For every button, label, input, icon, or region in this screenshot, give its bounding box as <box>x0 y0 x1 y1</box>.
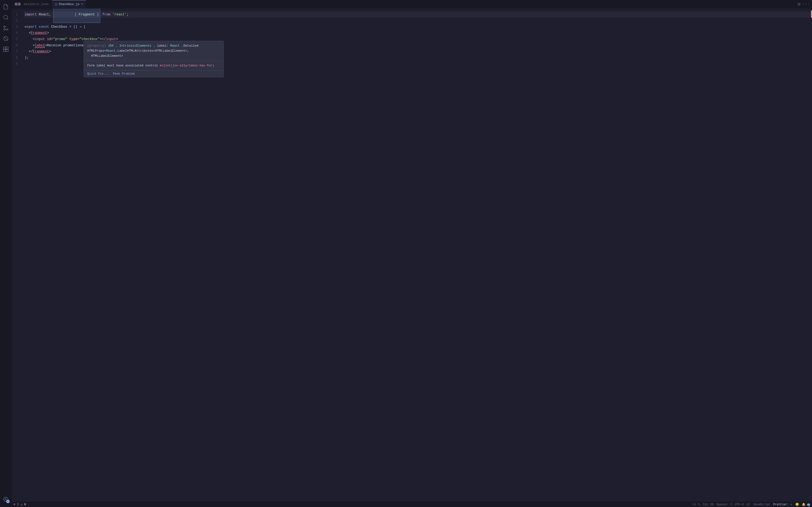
token-label-open: label <box>35 43 45 48</box>
activity-bar: 1 <box>0 0 12 507</box>
tooltip-label-prop: label: <box>157 44 170 48</box>
token-input-open: input <box>35 37 45 42</box>
prettier-status[interactable]: Prettier: ✓ <box>773 503 793 506</box>
tooltip-error-text: Form label must have associated control <box>87 64 158 67</box>
line-num-7: 7 <box>12 49 20 55</box>
notification-count: 1 <box>807 503 810 506</box>
editor-area[interactable]: 1 2 3 4 5 6 7 8 9 import React, { Fragme… <box>12 8 812 502</box>
tooltip-type-section: (property) JSX . IntrinsicElements . lab… <box>84 41 223 61</box>
token-eq1: = <box>51 37 53 42</box>
token-promo-val: "promo" <box>53 37 67 42</box>
warning-count[interactable]: ⚠ 0 <box>21 503 26 506</box>
token-arrow: ⇒ <box>80 24 82 30</box>
tooltip-react-name: React <box>170 44 180 48</box>
tooltip-type-line1: (property) JSX . IntrinsicElements . lab… <box>87 44 220 49</box>
git-icon[interactable] <box>1 23 11 33</box>
tooltip-type-line3: HTMLLabelElement> <box>87 54 220 59</box>
tab-file-icon-eslint: { } <box>14 3 21 6</box>
peek-problem-link[interactable]: Peek Problem <box>113 72 135 75</box>
svg-line-6 <box>4 37 8 41</box>
line-num-6: 6 <box>12 42 20 49</box>
svg-point-4 <box>4 29 5 30</box>
error-number: 1 <box>17 503 18 506</box>
token-export: export <box>24 24 37 30</box>
token-space5 <box>45 37 47 42</box>
token-space3 <box>110 12 112 17</box>
debug-icon[interactable] <box>1 34 11 44</box>
token-import: import <box>24 12 37 17</box>
token-frag-close: > <box>47 30 49 36</box>
files-icon[interactable] <box>1 2 11 12</box>
tab-close-button[interactable]: × <box>81 2 83 6</box>
tooltip-dot3: .Detailed <box>182 44 198 48</box>
tooltip-jsx-name: JSX <box>108 44 114 48</box>
code-line-1: import React, { Fragment } from 'react' … <box>24 11 812 18</box>
tooltip-dot2: . <box>153 44 155 48</box>
split-editor-icon[interactable]: ⊟ <box>798 1 800 7</box>
code-content: import React, { Fragment } from 'react' … <box>24 8 812 502</box>
line-num-8: 8 <box>12 55 20 61</box>
svg-rect-7 <box>3 47 6 49</box>
settings-icon[interactable]: 1 <box>1 495 11 504</box>
tooltip-react2: React <box>106 49 115 53</box>
line-num-2: 2 <box>12 18 20 24</box>
token-frag-close2: > <box>49 49 51 54</box>
minimap-scrollbar <box>811 8 812 313</box>
tab-bar: { } .eslintrc.json ⬡ Checkbox.js × ⊟ ··· <box>12 0 812 8</box>
tab-label-eslint: .eslintrc.json <box>22 2 49 6</box>
language-mode[interactable]: JavaScript <box>753 503 770 506</box>
emoji-icon[interactable]: 😊 <box>795 503 799 506</box>
extensions-icon[interactable] <box>1 44 11 54</box>
quick-fix-link[interactable]: Quick Fix... <box>87 72 109 75</box>
token-from: from <box>102 12 110 17</box>
token-space4 <box>37 24 39 30</box>
tab-bar-actions: ⊟ ··· <box>796 0 812 8</box>
tab-checkbox[interactable]: ⬡ Checkbox.js × <box>52 0 86 8</box>
error-count[interactable]: ⊗ 1 <box>13 503 19 506</box>
token-indent5: < <box>24 37 35 42</box>
scroll-thumb[interactable] <box>811 10 812 18</box>
token-close-paren: ); <box>24 55 29 60</box>
status-bar: ⊗ 1 ⚠ 0 Ln 1, Col 26 Spaces: 2 UTF-8 LF … <box>12 502 812 507</box>
tooltip-dot1: . <box>115 44 117 48</box>
status-bar-left: ⊗ 1 ⚠ 0 <box>13 503 26 506</box>
code-line-3: export const Checkbox = () ⇒ ( <box>24 24 812 30</box>
token-space: React, <box>37 12 53 17</box>
tooltip-error-code: eslint(jsx-a11y/label-has-for) <box>160 64 214 67</box>
tooltip-prefix: (property) <box>87 44 108 48</box>
line-num-4: 4 <box>12 30 20 36</box>
indentation[interactable]: Spaces: 2 <box>716 503 732 506</box>
token-react-string: 'react' <box>112 12 126 17</box>
svg-rect-8 <box>6 47 8 49</box>
line-num-5: 5 <box>12 36 20 42</box>
token-indent4: < <box>24 30 31 36</box>
token-checkbox-name: Checkbox = () <box>49 24 80 30</box>
line-num-1: 1 <box>12 11 20 18</box>
svg-rect-10 <box>6 50 8 52</box>
error-icon: ⊗ <box>13 503 15 506</box>
tooltip-intrinsic: IntrinsicElements <box>119 44 152 48</box>
more-actions-icon[interactable]: ··· <box>802 2 810 6</box>
line-numbers: 1 2 3 4 5 6 7 8 9 <box>12 8 24 502</box>
svg-point-3 <box>4 26 5 27</box>
status-bar-right: Ln 1, Col 26 Spaces: 2 UTF-8 LF JavaScri… <box>693 503 810 506</box>
code-line-2 <box>24 18 812 24</box>
token-semi1: ; <box>126 12 129 17</box>
svg-point-11 <box>5 499 6 500</box>
tab-eslintrc[interactable]: { } .eslintrc.json <box>12 0 52 8</box>
notification-bell[interactable]: 🔔 1 <box>802 503 810 506</box>
encoding[interactable]: UTF-8 <box>735 503 744 506</box>
token-fragment-close: Fragment <box>33 49 49 54</box>
search-icon[interactable] <box>1 12 11 22</box>
line-num-9: 9 <box>12 61 20 67</box>
warning-number: 0 <box>24 503 26 506</box>
eol[interactable]: LF <box>747 503 750 506</box>
token-eq2: = <box>77 37 79 42</box>
token-id-attr: id <box>47 37 51 42</box>
tooltip-actions-bar: Quick Fix... Peek Problem <box>84 71 223 77</box>
tab-label-checkbox: Checkbox.js <box>59 2 80 6</box>
token-fragment-import: { Fragment } <box>53 8 100 23</box>
token-space6 <box>67 37 69 42</box>
tooltip-error-section: Form label must have associated control … <box>84 61 223 71</box>
cursor-position[interactable]: Ln 1, Col 26 <box>693 503 713 506</box>
